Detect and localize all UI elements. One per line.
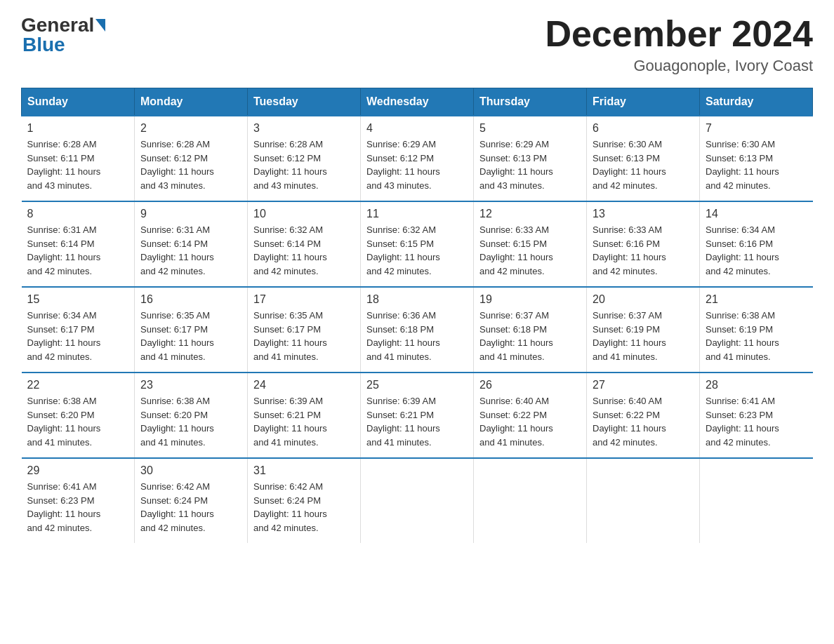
calendar-cell: 30Sunrise: 6:42 AM Sunset: 6:24 PM Dayli… [135,458,248,543]
day-number: 4 [366,122,468,135]
calendar-week-row: 22Sunrise: 6:38 AM Sunset: 6:20 PM Dayli… [22,373,813,458]
calendar-cell: 3Sunrise: 6:28 AM Sunset: 6:12 PM Daylig… [248,116,361,201]
day-number: 13 [593,208,694,220]
day-number: 26 [479,379,581,391]
header-sunday: Sunday [22,88,135,116]
day-number: 24 [253,379,355,391]
calendar-cell: 5Sunrise: 6:29 AM Sunset: 6:13 PM Daylig… [474,116,587,201]
day-number: 16 [140,293,241,306]
day-number: 12 [479,208,581,220]
day-info: Sunrise: 6:36 AM Sunset: 6:18 PM Dayligh… [366,309,468,363]
calendar-cell: 15Sunrise: 6:34 AM Sunset: 6:17 PM Dayli… [22,287,135,373]
day-number: 27 [593,379,694,391]
day-info: Sunrise: 6:39 AM Sunset: 6:21 PM Dayligh… [366,394,468,449]
day-info: Sunrise: 6:35 AM Sunset: 6:17 PM Dayligh… [140,309,241,363]
calendar-cell: 23Sunrise: 6:38 AM Sunset: 6:20 PM Dayli… [135,373,248,458]
calendar-cell [361,458,474,543]
calendar-week-row: 29Sunrise: 6:41 AM Sunset: 6:23 PM Dayli… [22,458,813,543]
calendar-cell: 18Sunrise: 6:36 AM Sunset: 6:18 PM Dayli… [361,287,474,373]
logo: General Blue [21,14,105,56]
day-info: Sunrise: 6:38 AM Sunset: 6:20 PM Dayligh… [27,394,129,449]
day-info: Sunrise: 6:41 AM Sunset: 6:23 PM Dayligh… [706,394,807,449]
header-monday: Monday [135,88,248,116]
day-number: 28 [706,379,807,391]
day-info: Sunrise: 6:38 AM Sunset: 6:20 PM Dayligh… [140,394,241,449]
calendar-cell: 11Sunrise: 6:32 AM Sunset: 6:15 PM Dayli… [361,201,474,287]
day-info: Sunrise: 6:32 AM Sunset: 6:14 PM Dayligh… [253,223,355,278]
calendar-week-row: 15Sunrise: 6:34 AM Sunset: 6:17 PM Dayli… [22,287,813,373]
day-number: 3 [253,122,355,135]
calendar-cell [474,458,587,543]
day-info: Sunrise: 6:35 AM Sunset: 6:17 PM Dayligh… [253,309,355,363]
calendar-cell: 8Sunrise: 6:31 AM Sunset: 6:14 PM Daylig… [22,201,135,287]
header-saturday: Saturday [700,88,813,116]
calendar-cell: 28Sunrise: 6:41 AM Sunset: 6:23 PM Dayli… [700,373,813,458]
day-info: Sunrise: 6:30 AM Sunset: 6:13 PM Dayligh… [706,137,807,192]
logo-blue-text: Blue [22,34,65,56]
day-number: 29 [27,464,129,477]
day-number: 11 [366,208,468,220]
logo-arrow-icon [95,19,105,32]
day-info: Sunrise: 6:33 AM Sunset: 6:16 PM Dayligh… [593,223,694,278]
day-number: 17 [253,293,355,306]
calendar-week-row: 1Sunrise: 6:28 AM Sunset: 6:11 PM Daylig… [22,116,813,201]
calendar-cell: 9Sunrise: 6:31 AM Sunset: 6:14 PM Daylig… [135,201,248,287]
day-number: 10 [253,208,355,220]
calendar-header-row: SundayMondayTuesdayWednesdayThursdayFrid… [22,88,813,116]
day-info: Sunrise: 6:42 AM Sunset: 6:24 PM Dayligh… [253,480,355,535]
day-info: Sunrise: 6:31 AM Sunset: 6:14 PM Dayligh… [27,223,129,278]
day-info: Sunrise: 6:39 AM Sunset: 6:21 PM Dayligh… [253,394,355,449]
day-info: Sunrise: 6:42 AM Sunset: 6:24 PM Dayligh… [140,480,241,535]
title-area: December 2024 Gouagonople, Ivory Coast [545,14,813,75]
day-info: Sunrise: 6:33 AM Sunset: 6:15 PM Dayligh… [479,223,581,278]
day-number: 19 [479,293,581,306]
calendar-cell: 21Sunrise: 6:38 AM Sunset: 6:19 PM Dayli… [700,287,813,373]
day-number: 20 [593,293,694,306]
header-thursday: Thursday [474,88,587,116]
day-info: Sunrise: 6:34 AM Sunset: 6:17 PM Dayligh… [27,309,129,363]
calendar-cell: 27Sunrise: 6:40 AM Sunset: 6:22 PM Dayli… [587,373,700,458]
day-number: 23 [140,379,241,391]
calendar-cell: 2Sunrise: 6:28 AM Sunset: 6:12 PM Daylig… [135,116,248,201]
calendar-cell: 14Sunrise: 6:34 AM Sunset: 6:16 PM Dayli… [700,201,813,287]
calendar-cell: 25Sunrise: 6:39 AM Sunset: 6:21 PM Dayli… [361,373,474,458]
day-number: 22 [27,379,129,391]
day-info: Sunrise: 6:28 AM Sunset: 6:12 PM Dayligh… [140,137,241,192]
calendar-cell: 10Sunrise: 6:32 AM Sunset: 6:14 PM Dayli… [248,201,361,287]
day-info: Sunrise: 6:41 AM Sunset: 6:23 PM Dayligh… [27,480,129,535]
day-info: Sunrise: 6:40 AM Sunset: 6:22 PM Dayligh… [479,394,581,449]
day-info: Sunrise: 6:37 AM Sunset: 6:18 PM Dayligh… [479,309,581,363]
day-number: 31 [253,464,355,477]
page-header: General Blue December 2024 Gouagonople, … [21,14,813,75]
calendar-cell: 6Sunrise: 6:30 AM Sunset: 6:13 PM Daylig… [587,116,700,201]
calendar-cell: 26Sunrise: 6:40 AM Sunset: 6:22 PM Dayli… [474,373,587,458]
day-info: Sunrise: 6:28 AM Sunset: 6:12 PM Dayligh… [253,137,355,192]
calendar-cell: 24Sunrise: 6:39 AM Sunset: 6:21 PM Dayli… [248,373,361,458]
day-number: 25 [366,379,468,391]
day-number: 18 [366,293,468,306]
day-number: 5 [479,122,581,135]
day-info: Sunrise: 6:37 AM Sunset: 6:19 PM Dayligh… [593,309,694,363]
calendar-table: SundayMondayTuesdayWednesdayThursdayFrid… [21,88,813,543]
calendar-cell: 16Sunrise: 6:35 AM Sunset: 6:17 PM Dayli… [135,287,248,373]
day-number: 14 [706,208,807,220]
calendar-cell: 13Sunrise: 6:33 AM Sunset: 6:16 PM Dayli… [587,201,700,287]
day-info: Sunrise: 6:34 AM Sunset: 6:16 PM Dayligh… [706,223,807,278]
calendar-cell: 22Sunrise: 6:38 AM Sunset: 6:20 PM Dayli… [22,373,135,458]
calendar-cell: 31Sunrise: 6:42 AM Sunset: 6:24 PM Dayli… [248,458,361,543]
day-number: 21 [706,293,807,306]
calendar-cell: 7Sunrise: 6:30 AM Sunset: 6:13 PM Daylig… [700,116,813,201]
month-title: December 2024 [545,14,813,54]
calendar-cell: 17Sunrise: 6:35 AM Sunset: 6:17 PM Dayli… [248,287,361,373]
day-info: Sunrise: 6:28 AM Sunset: 6:11 PM Dayligh… [27,137,129,192]
day-number: 2 [140,122,241,135]
day-info: Sunrise: 6:32 AM Sunset: 6:15 PM Dayligh… [366,223,468,278]
day-number: 1 [27,122,129,135]
day-number: 9 [140,208,241,220]
day-info: Sunrise: 6:40 AM Sunset: 6:22 PM Dayligh… [593,394,694,449]
calendar-week-row: 8Sunrise: 6:31 AM Sunset: 6:14 PM Daylig… [22,201,813,287]
calendar-cell: 20Sunrise: 6:37 AM Sunset: 6:19 PM Dayli… [587,287,700,373]
calendar-cell: 1Sunrise: 6:28 AM Sunset: 6:11 PM Daylig… [22,116,135,201]
header-tuesday: Tuesday [248,88,361,116]
calendar-cell: 19Sunrise: 6:37 AM Sunset: 6:18 PM Dayli… [474,287,587,373]
